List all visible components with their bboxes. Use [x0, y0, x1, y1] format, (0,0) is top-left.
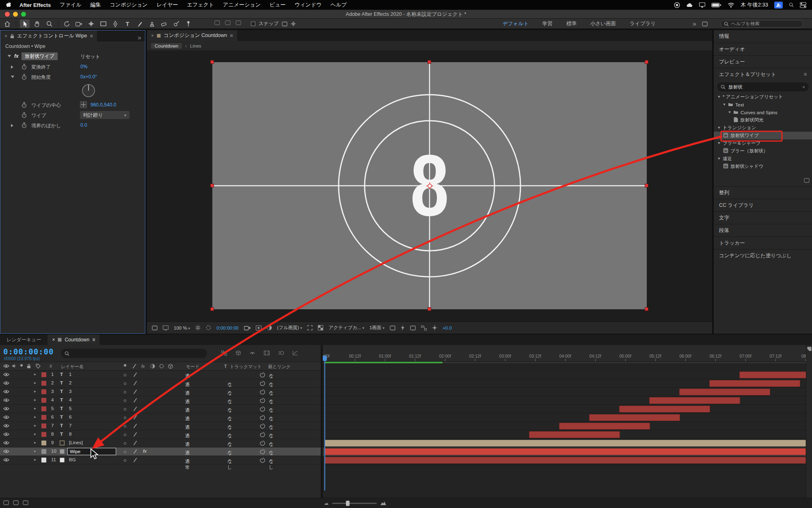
parent-pickwhip-icon[interactable] [260, 458, 265, 464]
layer-bar-4[interactable] [649, 397, 740, 404]
menu-item-1[interactable]: ファイル [60, 1, 81, 9]
layer-row-8[interactable]: ▸8T8通常▾なし▾なし▾ [0, 430, 321, 439]
menu-item-2[interactable]: 編集 [91, 1, 101, 9]
eraser-tool[interactable] [159, 20, 169, 28]
selection-handle[interactable] [645, 307, 648, 311]
matte-dropdown[interactable]: なし▾ [227, 423, 231, 428]
pixel-aspect-icon[interactable] [390, 326, 395, 330]
workspace-小さい画面[interactable]: 小さい画面 [590, 20, 616, 27]
eye-icon[interactable] [3, 372, 9, 378]
preset-tree-item[interactable]: Curves and Spins [714, 109, 812, 116]
expand-arrow-icon[interactable] [11, 124, 13, 127]
parent-dropdown[interactable]: なし▾ [269, 372, 272, 377]
param-value[interactable]: 960.0,540.0 [91, 102, 116, 108]
show-snapshot-icon[interactable] [256, 326, 261, 330]
render-queue-tab[interactable]: レンダーキュー [0, 334, 48, 345]
layer-label-color[interactable] [41, 441, 46, 445]
parent-dropdown[interactable]: なし▾ [269, 432, 272, 436]
menu-item-8[interactable]: ウィンドウ [295, 1, 322, 9]
camera-tool[interactable] [74, 20, 84, 28]
quality-switch[interactable] [133, 458, 137, 463]
shy-switch[interactable] [123, 415, 127, 420]
workspace-学習[interactable]: 学習 [542, 20, 553, 27]
eye-icon[interactable] [3, 432, 9, 437]
rectangle-tool[interactable] [98, 20, 108, 28]
layer-name[interactable]: 4 [69, 397, 71, 402]
angle-dial[interactable] [0, 82, 145, 100]
shy-switch[interactable] [123, 458, 127, 463]
layer-row-6[interactable]: ▸6T6通常▾なし▾なし▾ [0, 413, 321, 422]
layer-label-color[interactable] [41, 389, 46, 394]
camera-view-dropdown[interactable]: アクティブカ...▾ [328, 325, 364, 331]
time-ruler[interactable]: 0:00f00:12f01:00f01:12f02:00f02:12f03:00… [323, 345, 806, 362]
effect-header-row[interactable]: fx 放射状ワイプ リセット [0, 51, 145, 62]
param-value[interactable]: 0x+0.0° [80, 74, 97, 80]
disclosure-arrow-icon[interactable]: ▸ [34, 372, 36, 376]
eye-icon[interactable] [3, 398, 9, 403]
quality-switch[interactable] [133, 423, 137, 429]
effect-reset-button[interactable]: リセット [80, 53, 100, 60]
zoom-out-icon[interactable] [324, 501, 329, 505]
layer-label-color[interactable] [41, 449, 46, 454]
parent-dropdown[interactable]: なし▾ [269, 423, 272, 428]
preset-tree-item[interactable]: Text [714, 101, 812, 109]
disclosure-arrow-icon[interactable]: ▸ [34, 406, 36, 410]
layer-bar-2[interactable] [709, 380, 800, 387]
quality-switch[interactable] [133, 372, 137, 378]
param-value[interactable]: 0% [80, 64, 87, 69]
fx-switch[interactable]: fx [143, 449, 147, 454]
stopwatch-icon[interactable] [22, 112, 27, 119]
matte-dropdown[interactable]: なし▾ [227, 457, 231, 462]
disclosure-arrow-icon[interactable]: ▸ [34, 389, 36, 393]
layer-name[interactable]: 8 [69, 432, 71, 436]
layer-row-[Lines][interactable]: ▸9[Lines]通常▾なし▾なし▾ [0, 439, 321, 447]
anchor-point-icon[interactable] [426, 182, 433, 189]
pan-behind-tool[interactable] [86, 20, 96, 28]
selection-handle[interactable] [210, 184, 214, 187]
layer-bar-1[interactable] [739, 371, 812, 378]
shy-switch[interactable] [123, 449, 127, 454]
selection-handle[interactable] [645, 60, 648, 64]
disclosure-arrow-icon[interactable]: ▸ [34, 440, 36, 445]
param-value[interactable]: 0.0 [80, 122, 87, 128]
parent-dropdown[interactable]: なし▾ [269, 440, 272, 445]
mode-dropdown[interactable]: 通常▾ [185, 440, 189, 445]
layer-bar-5[interactable] [619, 406, 710, 412]
quality-switch[interactable] [133, 406, 137, 412]
parent-pickwhip-icon[interactable] [260, 406, 265, 412]
disclosure-arrow-icon[interactable]: ▸ [34, 397, 36, 402]
matte-dropdown[interactable]: なし▾ [227, 380, 231, 385]
workspace-overflow-chevron[interactable]: » [693, 20, 696, 28]
control-center-icon[interactable] [800, 2, 806, 8]
menu-item-3[interactable]: コンポジション [110, 1, 148, 9]
eye-icon[interactable] [3, 389, 9, 395]
workspace-ライブラリ[interactable]: ライブラリ [630, 20, 656, 27]
viewer-menu-icon[interactable] [163, 326, 168, 330]
close-panel-icon[interactable]: × [151, 33, 154, 39]
parent-dropdown[interactable]: なし▾ [269, 389, 272, 394]
exposure-reset-icon[interactable] [432, 325, 437, 330]
matte-dropdown[interactable]: なし▾ [227, 389, 231, 394]
effect-param-row[interactable]: ワイプの中心960.0,540.0 [0, 100, 145, 110]
layer-bar-3[interactable] [679, 389, 770, 395]
eye-icon[interactable] [3, 381, 9, 386]
transparency-grid-icon[interactable] [318, 325, 323, 330]
layer-name[interactable]: 7 [69, 423, 71, 428]
quality-switch[interactable] [133, 381, 137, 386]
screen-mirroring-icon[interactable] [699, 2, 705, 8]
shy-switch[interactable] [123, 373, 127, 378]
mask-visibility-icon[interactable] [206, 325, 211, 330]
shy-switch[interactable] [123, 390, 127, 395]
mode-dropdown[interactable]: 通常▾ [185, 449, 189, 454]
layer-bar-9[interactable] [325, 440, 806, 447]
shy-switch[interactable] [123, 407, 127, 412]
selection-handle[interactable] [428, 60, 431, 64]
layer-name-edit-field[interactable]: Wipe [67, 448, 116, 455]
playhead[interactable] [323, 356, 327, 361]
disclosure-arrow-icon[interactable]: ▸ [34, 432, 36, 436]
preset-tree-item[interactable]: * アニメーションプリセット [714, 93, 812, 101]
timeline-countdown-tab[interactable]: × Countdown ≡ [48, 334, 99, 345]
expand-inout-icon[interactable] [23, 500, 28, 505]
layer-row-Wipe[interactable]: ▸10Wipefx通常▾なし▾なし▾ [0, 447, 321, 456]
brush-tool[interactable] [135, 20, 145, 28]
